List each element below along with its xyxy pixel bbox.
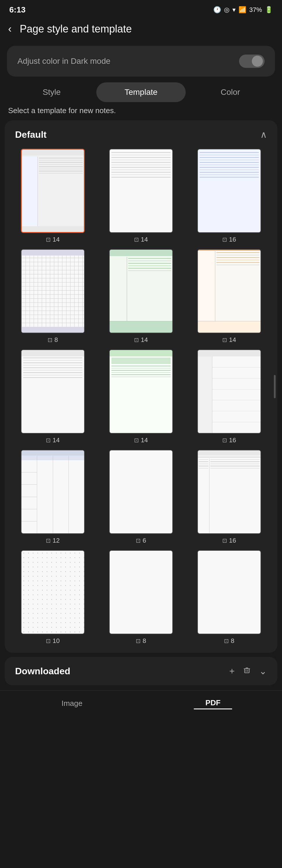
template-badge-12: ⊡ 16 [222,537,236,544]
template-count-13: 10 [53,637,60,645]
template-count-5: 14 [141,336,148,344]
template-count-3: 16 [229,236,236,243]
template-grid: ⊡ 14 ⊡ 14 [5,146,277,648]
template-item[interactable]: ⊡ 14 [100,349,182,444]
page-icon: ⊡ [46,236,51,243]
template-thumb-1 [21,149,85,233]
page-title: Page style and template [20,23,132,35]
template-thumb-9 [197,349,261,434]
template-thumb-4 [21,249,85,333]
template-count-12: 16 [229,537,236,544]
downloaded-actions: + ⌄ [229,665,267,677]
template-thumb-15 [197,550,261,634]
template-item[interactable]: ⊡ 14 [11,149,94,243]
template-count-14: 8 [143,637,146,645]
template-badge-14: ⊡ 8 [136,637,146,645]
subtitle-text: Select a template for new notes. [8,106,274,115]
template-item[interactable]: ⊡ 16 [188,349,271,444]
tab-template[interactable]: Template [96,82,186,102]
template-thumb-12 [197,450,261,534]
page-icon: ⊡ [222,537,227,544]
status-icons: 🕐 ◎ ▾ 📶 37% 🔋 [213,6,273,13]
template-item[interactable]: ⊡ 16 [188,149,271,243]
template-thumb-14 [109,550,173,634]
page-icon: ⊡ [134,336,139,343]
template-item[interactable]: ⊡ 14 [188,249,271,344]
default-section: Default ∧ [5,120,277,653]
template-thumb-6 [197,249,261,333]
template-badge-13: ⊡ 10 [46,637,60,645]
template-badge-10: ⊡ 12 [46,537,60,544]
delete-template-button[interactable] [243,666,251,677]
template-item[interactable]: ⊡ 8 [188,550,271,645]
template-badge-9: ⊡ 16 [222,436,236,444]
template-item[interactable]: ⊡ 8 [100,550,182,645]
template-item[interactable]: ⊡ 14 [11,349,94,444]
template-thumb-10 [21,450,85,534]
template-item[interactable]: ⊡ 10 [11,550,94,645]
template-thumb-8 [109,349,173,434]
page-icon: ⊡ [222,336,227,343]
svg-rect-0 [245,669,249,673]
template-thumb-2 [109,149,173,233]
template-count-15: 8 [231,637,234,645]
bottom-nav: Image PDF [0,690,282,715]
template-badge-6: ⊡ 14 [222,336,236,344]
tab-bar: Style Template Color [7,82,275,102]
template-item[interactable]: ⊡ 6 [100,450,182,544]
page-icon: ⊡ [222,236,227,243]
collapse-button[interactable]: ∧ [260,129,267,140]
signal-icon: ◎ [224,6,229,13]
section-title-default: Default [15,129,46,140]
page-icon: ⊡ [134,437,139,444]
status-bar: 6:13 🕐 ◎ ▾ 📶 37% 🔋 [0,0,282,18]
battery-text: 37% [249,6,262,13]
template-count-2: 14 [141,236,148,243]
page-icon: ⊡ [136,638,141,644]
add-template-button[interactable]: + [229,666,235,677]
cellular-icon: 📶 [239,6,246,13]
template-count-6: 14 [229,336,236,344]
tab-color[interactable]: Color [186,82,275,102]
battery-icon: 🔋 [265,6,273,13]
dark-mode-toggle-row: Adjust color in Dark mode [7,46,275,76]
template-badge-4: ⊡ 8 [48,336,58,344]
dark-mode-label: Adjust color in Dark mode [18,57,111,66]
template-item[interactable]: ⊡ 8 [11,249,94,344]
expand-downloaded-button[interactable]: ⌄ [259,665,267,677]
template-thumb-11 [109,450,173,534]
nav-pdf[interactable]: PDF [194,697,232,709]
dark-mode-toggle[interactable] [239,55,264,68]
back-button[interactable]: ‹ [7,23,14,35]
message-icon: 🕐 [213,6,221,13]
template-badge-15: ⊡ 8 [224,637,234,645]
page-icon: ⊡ [136,537,141,544]
template-thumb-7 [21,349,85,434]
template-item[interactable]: ⊡ 14 [100,149,182,243]
template-badge-3: ⊡ 16 [222,236,236,243]
scroll-indicator [274,375,276,398]
wifi-icon: ▾ [232,6,236,13]
page-icon: ⊡ [224,638,229,644]
template-item[interactable]: ⊡ 16 [188,450,271,544]
downloaded-section: Downloaded + ⌄ [5,657,277,685]
template-thumb-13 [21,550,85,634]
section-header-default: Default ∧ [5,120,277,146]
page-icon: ⊡ [134,236,139,243]
page-icon: ⊡ [48,336,53,343]
template-badge-1: ⊡ 14 [46,236,60,243]
nav-image[interactable]: Image [50,698,94,709]
template-item[interactable]: ⊡ 12 [11,450,94,544]
template-badge-5: ⊡ 14 [134,336,148,344]
tab-style[interactable]: Style [7,82,96,102]
template-item[interactable]: ⊡ 14 [100,249,182,344]
page-icon: ⊡ [222,437,227,444]
template-count-7: 14 [53,436,60,444]
template-count-9: 16 [229,436,236,444]
template-count-4: 8 [54,336,58,344]
template-badge-11: ⊡ 6 [136,537,146,544]
page-icon: ⊡ [46,638,51,644]
template-badge-8: ⊡ 14 [134,436,148,444]
template-count-1: 14 [53,236,60,243]
downloaded-title: Downloaded [15,666,70,677]
